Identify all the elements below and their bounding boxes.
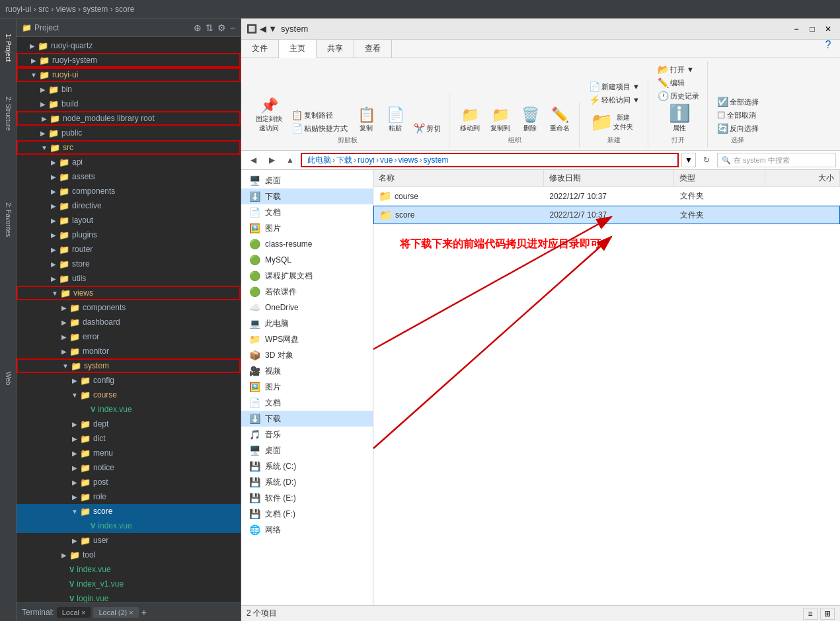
fe-nav-item-downloads2[interactable]: ⬇️下载: [241, 411, 373, 427]
tree-item-system[interactable]: ▼ 📁 system: [17, 358, 241, 373]
tree-item-views[interactable]: ▼ 📁 views: [17, 286, 241, 300]
tree-item-router[interactable]: ▶ 📁 router: [17, 242, 241, 257]
tree-item-api[interactable]: ▶ 📁 api: [17, 155, 241, 169]
sidebar-tab-structure[interactable]: 2: Structure: [1, 87, 15, 140]
minimize-icon[interactable]: −: [230, 22, 235, 33]
ribbon-btn-invert-select[interactable]: 🔄 反向选择: [714, 122, 761, 134]
tree-item-directive[interactable]: ▶ 📁 directive: [17, 198, 241, 213]
ribbon-btn-delete[interactable]: 🗑️ 删除: [517, 105, 543, 134]
fe-nav-item-onedrive[interactable]: ☁️OneDrive: [241, 300, 373, 315]
tree-item-index-v1-vue[interactable]: V index_v1.vue: [17, 577, 241, 591]
path-item-views[interactable]: views: [398, 155, 418, 165]
tree-item-assets[interactable]: ▶ 📁 assets: [17, 169, 241, 184]
path-item-vue[interactable]: vue: [380, 155, 393, 165]
tree-item-store[interactable]: ▶ 📁 store: [17, 257, 241, 271]
forward-btn[interactable]: ▶: [264, 153, 280, 167]
fe-nav-item-drive-e[interactable]: 💾软件 (E:): [241, 490, 373, 506]
tree-item-public[interactable]: ▶ 📁 public: [17, 126, 241, 140]
fe-address-path[interactable]: 此电脑 › 下载 › ruoyi › vue › views › system: [301, 153, 679, 167]
settings-icon[interactable]: ⚙: [217, 22, 226, 33]
grid-view-btn[interactable]: ⊞: [820, 608, 835, 620]
fe-nav-item-drive-f[interactable]: 💾文档 (F:): [241, 506, 373, 522]
tree-item-role[interactable]: ▶ 📁 role: [17, 489, 241, 504]
add-icon[interactable]: ⊕: [194, 22, 202, 33]
tree-item-notice[interactable]: ▶ 📁 notice: [17, 460, 241, 475]
ribbon-btn-history[interactable]: 🕐 历史记录: [655, 90, 702, 102]
terminal-tab-local2[interactable]: Local (2) ×: [93, 607, 138, 618]
ribbon-btn-open[interactable]: 📂 打开 ▼: [655, 63, 697, 75]
refresh-btn[interactable]: ↻: [699, 153, 714, 167]
tree-item-node-modules[interactable]: ▶ 📁 node_modules library root: [17, 111, 241, 126]
detail-view-btn[interactable]: ≡: [803, 608, 818, 620]
ribbon-btn-paste[interactable]: 📄 粘贴: [382, 105, 408, 134]
fe-nav-item-wps[interactable]: 📁WPS网盘: [241, 331, 373, 347]
terminal-add-btn[interactable]: +: [141, 607, 147, 618]
ribbon-help-btn[interactable]: ?: [821, 40, 835, 50]
ribbon-btn-cut[interactable]: ✂️ 剪切: [411, 122, 443, 134]
fe-nav-item-desktop[interactable]: 🖥️桌面: [241, 173, 373, 188]
search-box[interactable]: 🔍 在 system 中搜索: [717, 153, 836, 167]
fe-nav-item-desktop2[interactable]: 🖥️桌面: [241, 442, 373, 458]
ribbon-btn-select-all[interactable]: ☑️ 全部选择: [714, 96, 761, 108]
fe-file-row-course[interactable]: 📁 course 2022/12/7 10:37 文件夹: [373, 187, 840, 206]
ribbon-btn-rename[interactable]: ✏️ 重命名: [546, 105, 574, 134]
ribbon-btn-new-item[interactable]: 📄 新建项目 ▼: [586, 81, 642, 93]
tree-item-post[interactable]: ▶ 📁 post: [17, 475, 241, 489]
ribbon-btn-properties[interactable]: ℹ️ 属性: [665, 102, 694, 134]
terminal-tab-local[interactable]: Local ×: [57, 607, 91, 618]
ribbon-tab-home[interactable]: 主页: [279, 40, 317, 58]
tree-item-utils[interactable]: ▶ 📁 utils: [17, 271, 241, 286]
sidebar-tab-project[interactable]: 1: Project: [1, 21, 15, 74]
fe-nav-item-drive-d[interactable]: 💾系统 (D:): [241, 474, 373, 490]
ribbon-btn-edit[interactable]: ✏️ 编辑: [655, 77, 687, 89]
col-type[interactable]: 类型: [674, 170, 765, 186]
fe-nav-item-ruoyikj[interactable]: 🟢若依课件: [241, 284, 373, 300]
tree-item-ruoyi-ui[interactable]: ▼ 📁 ruoyi-ui: [17, 67, 241, 82]
fe-nav-item-pictures[interactable]: 🖼️图片: [241, 220, 373, 236]
ribbon-btn-paste-shortcut[interactable]: 📄 粘贴快捷方式: [289, 122, 350, 134]
maximize-window-btn[interactable]: □: [806, 24, 819, 34]
tree-item-src[interactable]: ▼ 📁 src: [17, 140, 241, 155]
fe-nav-item-documents2[interactable]: 📄文档: [241, 395, 373, 411]
tree-item-menu[interactable]: ▶ 📁 menu: [17, 446, 241, 460]
path-item-ruoyi[interactable]: ruoyi: [358, 155, 375, 165]
tree-item-plugins[interactable]: ▶ 📁 plugins: [17, 228, 241, 242]
tree-item-ruoyi-quartz[interactable]: ▶ 📁 ruoyi-quartz: [17, 38, 241, 53]
sidebar-tab-web[interactable]: Web: [1, 365, 15, 392]
fe-nav-item-network[interactable]: 🌐网络: [241, 522, 373, 538]
tree-item-ruoyi-system[interactable]: ▶ 📁 ruoyi-system: [17, 53, 241, 67]
fe-nav-item-mysql[interactable]: 🟢MySQL: [241, 252, 373, 268]
back-btn[interactable]: ◀: [245, 153, 261, 167]
tree-item-layout[interactable]: ▶ 📁 layout: [17, 213, 241, 228]
col-name[interactable]: 名称: [373, 170, 544, 186]
tree-item-course-index[interactable]: V index.vue: [17, 402, 241, 417]
tree-item-index-vue[interactable]: V index.vue: [17, 562, 241, 577]
tree-item-dept[interactable]: ▶ 📁 dept: [17, 417, 241, 431]
ribbon-btn-pin[interactable]: 📌 固定到快速访问: [252, 96, 286, 134]
ribbon-btn-copy-path[interactable]: 📋 复制路径: [289, 109, 350, 121]
ribbon-tab-share[interactable]: 共享: [317, 40, 354, 58]
fe-nav-item-pictures2[interactable]: 🖼️图片: [241, 379, 373, 395]
close-window-btn[interactable]: ✕: [821, 24, 835, 34]
tree-item-components[interactable]: ▶ 📁 components: [17, 184, 241, 198]
fe-nav-item-thispc[interactable]: 💻此电脑: [241, 315, 373, 331]
tree-item-dict[interactable]: ▶ 📁 dict: [17, 431, 241, 446]
tree-item-score-index[interactable]: V index.vue: [17, 518, 241, 533]
fe-nav-item-music[interactable]: 🎵音乐: [241, 427, 373, 442]
address-dropdown[interactable]: ▼: [681, 153, 696, 167]
fe-nav-item-videos[interactable]: 🎥视频: [241, 363, 373, 379]
file-name-course[interactable]: 📁 course: [373, 187, 544, 205]
fe-nav-item-kczd[interactable]: 🟢课程扩展文档: [241, 268, 373, 284]
col-size[interactable]: 大小: [765, 170, 840, 186]
fe-file-row-score[interactable]: 📁 score 2022/12/7 10:37 文件夹: [373, 206, 840, 224]
tree-item-bin[interactable]: ▶ 📁 bin: [17, 82, 241, 97]
sidebar-tab-favorites[interactable]: 2: Favorites: [1, 193, 15, 246]
ribbon-btn-easy-access[interactable]: ⚡ 轻松访问 ▼: [586, 94, 642, 106]
path-item-system[interactable]: system: [423, 155, 448, 165]
tree-item-build[interactable]: ▶ 📁 build: [17, 97, 241, 111]
path-item-download[interactable]: 下载: [336, 155, 352, 166]
ribbon-tab-view[interactable]: 查看: [354, 40, 392, 58]
tree-item-config[interactable]: ▶ 📁 config: [17, 373, 241, 388]
tree-item-score[interactable]: ▼ 📁 score: [17, 504, 241, 518]
tree-item-v-components[interactable]: ▶ 📁 components: [17, 300, 241, 315]
